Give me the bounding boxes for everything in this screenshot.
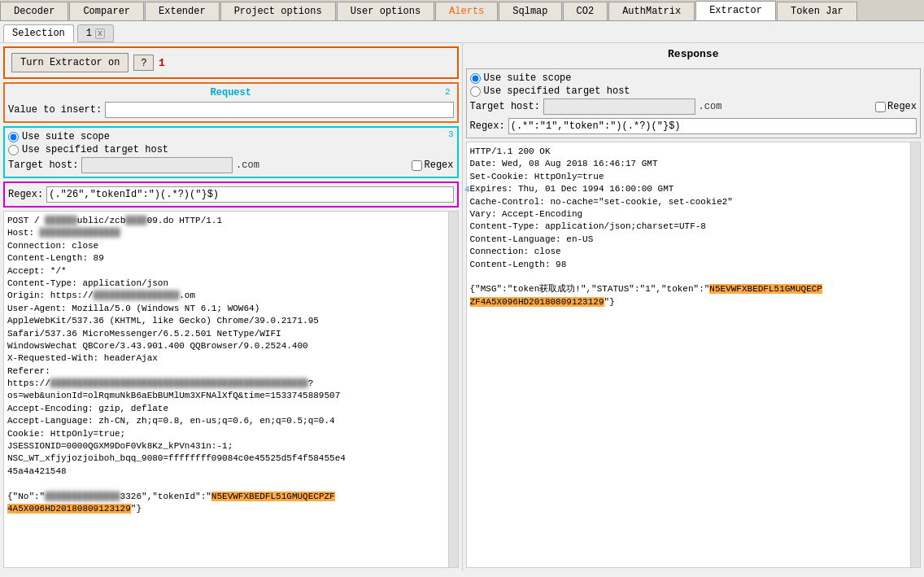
target-host-suffix: .com (236, 160, 259, 171)
tab-user-options[interactable]: User options (337, 2, 434, 20)
scope-target-label: Use specified target host (22, 144, 168, 155)
request-header: Request (8, 87, 454, 98)
req-line: Safari/537.36 MicroMessenger/6.5.2.501 N… (7, 328, 445, 340)
tab-decoder[interactable]: Decoder (0, 2, 68, 20)
resp-regex-label: Regex: (470, 120, 505, 132)
scope-target-radio[interactable] (8, 145, 19, 155)
req-line: User-Agent: Mozilla/5.0 (Windows NT 6.1;… (7, 303, 445, 315)
tab-extender[interactable]: Extender (145, 2, 220, 20)
resp-target-label: Target host: (470, 101, 540, 112)
tab-comparer[interactable]: Comparer (69, 2, 144, 20)
tab-selection[interactable]: Selection (3, 24, 74, 42)
tab-token-jar[interactable]: Token Jar (777, 2, 857, 20)
scope-row-1: Use suite scope (8, 131, 454, 142)
req-line: AppleWebKit/537.36 (KHTML, like Gecko) C… (7, 315, 445, 327)
req-line: Cookie: HttpOnly=true; (7, 428, 445, 440)
req-line: Content-Type: application/json (7, 278, 445, 290)
req-line: Accept: */* (7, 265, 445, 278)
req-line: 45a4a421548 (7, 466, 445, 478)
help-button[interactable]: ? (133, 55, 154, 71)
resp-scope-suite-label: Use suite scope (484, 72, 572, 84)
left-panel: Turn Extractor on ? 1 Request 2 Value to… (0, 43, 463, 571)
right-panel: Response Use suite scope Use specified t… (463, 43, 925, 571)
response-scrollbar[interactable] (910, 142, 920, 567)
tab-alerts[interactable]: Alerts (435, 2, 498, 20)
value-insert-input[interactable] (105, 102, 453, 118)
resp-scope-target-radio[interactable] (470, 86, 481, 97)
scope-num: 3 (448, 129, 454, 139)
target-host-row: Target host: .com Regex (8, 157, 454, 173)
value-insert-label: Value to insert: (8, 104, 102, 116)
response-text-area: HTTP/1.1 200 OK Date: Wed, 08 Aug 2018 1… (466, 142, 922, 568)
top-tab-bar: Decoder Comparer Extender Project option… (0, 0, 924, 21)
resp-line: Connection: close (470, 246, 908, 258)
scope-section: 3 Use suite scope Use specified target h… (3, 126, 459, 178)
req-line: X-Requested-With: headerAjax (7, 352, 445, 365)
target-host-input[interactable] (81, 157, 233, 173)
token-highlight-req2: 4A5X096HD20180809123129 (7, 504, 131, 514)
response-header: Response (463, 43, 925, 65)
request-scope-num: 2 (445, 87, 451, 97)
req-line-token2: 4A5X096HD20180809123129"} (7, 503, 445, 515)
tab-1[interactable]: 1 x (77, 24, 114, 42)
tab-co2[interactable]: CO2 (563, 2, 608, 20)
resp-line: HTTP/1.1 200 OK (470, 146, 908, 158)
tab-1-close[interactable]: x (95, 28, 105, 39)
regex-checkbox-req[interactable] (412, 160, 422, 171)
resp-target-input[interactable] (543, 98, 695, 115)
token-highlight-resp: N5EVWFXBEDFL51GMUQECP (709, 284, 822, 294)
regex-section: Regex: 4 (3, 181, 459, 208)
req-line-token: {"No":"██████████████3326","tokenId":"N5… (7, 491, 445, 503)
response-scope-section: Use suite scope Use specified target hos… (466, 68, 922, 138)
response-text[interactable]: HTTP/1.1 200 OK Date: Wed, 08 Aug 2018 1… (467, 142, 911, 567)
resp-line: Content-Language: en-US (470, 234, 908, 246)
resp-scope-row-1: Use suite scope (470, 72, 917, 84)
resp-regex-row: Regex: (470, 118, 917, 134)
resp-line: Vary: Accept-Encoding (470, 208, 908, 221)
target-host-label: Target host: (8, 160, 78, 171)
resp-line: Cache-Control: no-cache="set-cookie, set… (470, 196, 908, 208)
tab-selection-label: Selection (12, 28, 65, 39)
request-scrollbar[interactable] (448, 212, 458, 567)
request-text-area: POST / ██████ublic/zcb████09.do HTTP/1.1… (3, 211, 459, 568)
extractor-toolbar: Turn Extractor on ? 1 (3, 46, 459, 79)
turn-extractor-button[interactable]: Turn Extractor on (11, 53, 129, 72)
req-line: Accept-Encoding: gzip, deflate (7, 403, 445, 415)
scope-suite-radio[interactable] (8, 132, 19, 142)
regex-num: 4 (464, 185, 470, 195)
req-line: https://████████████████████████████████… (7, 378, 445, 390)
resp-target-row: Target host: .com Regex (470, 98, 917, 115)
tab-authmatrix[interactable]: AuthMatrix (608, 2, 695, 20)
resp-line: Expires: Thu, 01 Dec 1994 16:00:00 GMT (470, 183, 908, 195)
req-line: os=web&unionId=olRqmuNkB6aEbBUMlUm3XFNAl… (7, 390, 445, 402)
resp-line-token: {"MSG":"token获取成功!","STATUS":"1","token"… (470, 283, 908, 295)
resp-line: Set-Cookie: HttpOnly=true (470, 171, 908, 183)
resp-line: Content-Length: 98 (470, 259, 908, 271)
req-line: Content-Length: 89 (7, 252, 445, 264)
regex-check-label: Regex (412, 160, 453, 171)
resp-regex-checkbox[interactable] (875, 102, 886, 112)
resp-regex-check-label: Regex (875, 101, 917, 112)
tab-sqlmap[interactable]: Sqlmap (499, 2, 561, 20)
secondary-tab-bar: Selection 1 x (0, 21, 924, 43)
scope-row-2: Use specified target host (8, 144, 454, 155)
resp-target-suffix: .com (699, 101, 722, 112)
resp-regex-input[interactable] (508, 118, 917, 134)
regex-label: Regex: (8, 189, 43, 200)
req-line: Referer: (7, 365, 445, 378)
tab-extractor[interactable]: Extractor (695, 1, 776, 20)
regex-input[interactable] (46, 186, 453, 203)
token-highlight-req: N5EVWFXBEDFL51GMUQECPZF (211, 492, 335, 501)
req-line: Connection: close (7, 240, 445, 252)
resp-line (470, 271, 908, 283)
resp-scope-suite-radio[interactable] (470, 73, 481, 84)
req-line: JSESSIONID=0000QGXM9DoF0Vk8Kz_kPVn431n:-… (7, 440, 445, 452)
main-content: Turn Extractor on ? 1 Request 2 Value to… (0, 43, 924, 571)
req-line: WindowsWechat QBCore/3.43.901.400 QQBrow… (7, 340, 445, 352)
resp-line: Date: Wed, 08 Aug 2018 16:46:17 GMT (470, 158, 908, 170)
request-text[interactable]: POST / ██████ublic/zcb████09.do HTTP/1.1… (4, 212, 448, 567)
tab-project-options[interactable]: Project options (220, 2, 336, 20)
scope-suite-label: Use suite scope (22, 131, 110, 142)
resp-line: Content-Type: application/json;charset=U… (470, 221, 908, 233)
req-line: Accept-Language: zh-CN, zh;q=0.8, en-us;… (7, 415, 445, 427)
